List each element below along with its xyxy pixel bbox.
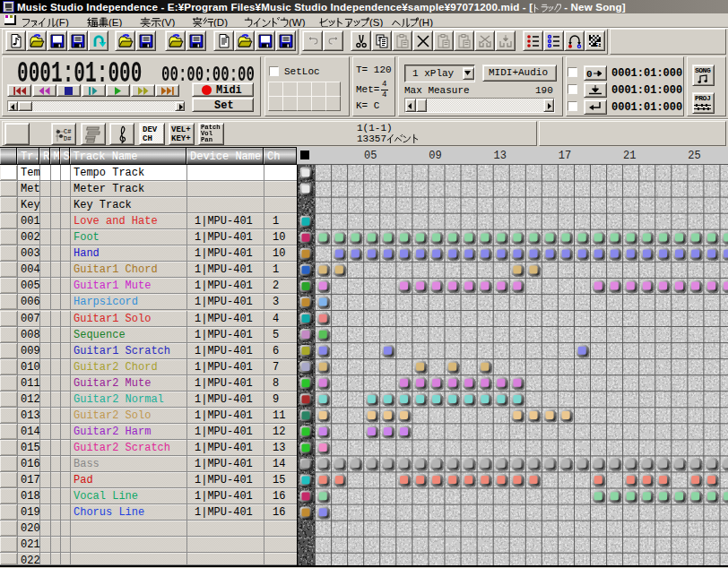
svg-text:0: 0 [586,69,593,79]
svg-text:D#: D# [64,135,71,142]
svg-text:F: F [597,41,602,49]
svg-text:C#: C# [64,128,71,135]
